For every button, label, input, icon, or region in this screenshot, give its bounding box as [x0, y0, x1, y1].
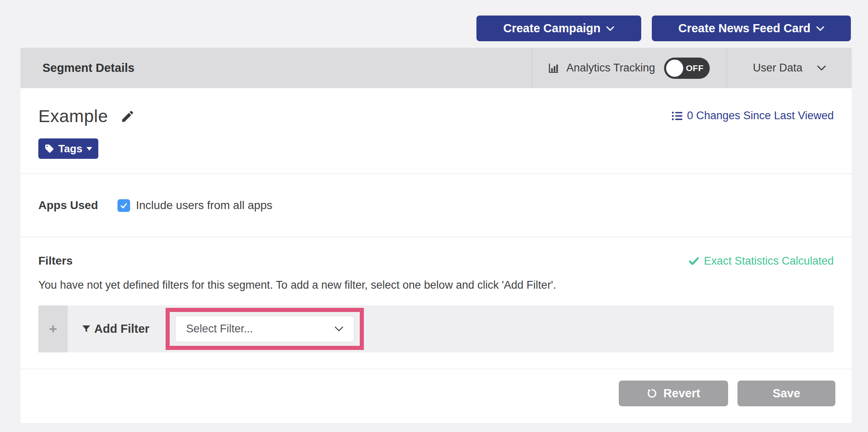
chevron-down-icon [816, 26, 824, 31]
analytics-tracking-section: Analytics Tracking OFF [531, 48, 727, 88]
page-title: Segment Details [20, 48, 531, 88]
chevron-down-icon [334, 326, 343, 332]
tags-label: Tags [58, 143, 82, 155]
check-icon [689, 256, 699, 266]
changes-link-text: 0 Changes Since Last Viewed [687, 109, 834, 122]
card-header: Segment Details Analytics Tracking OFF U… [20, 48, 852, 88]
save-label: Save [773, 387, 800, 400]
caret-down-icon [86, 147, 92, 151]
analytics-tracking-label: Analytics Tracking [566, 62, 655, 74]
revert-icon [647, 388, 658, 399]
exact-statistics-label: Exact Statistics Calculated [704, 255, 834, 267]
chevron-down-icon [606, 26, 614, 31]
analytics-tracking-toggle[interactable]: OFF [664, 58, 710, 79]
funnel-icon [82, 324, 91, 334]
create-campaign-label: Create Campaign [503, 22, 601, 35]
segment-name-text: Example [38, 106, 108, 126]
select-filter-highlight-box: Select Filter... [166, 308, 364, 350]
filters-description: You have not yet defined filters for thi… [38, 279, 834, 292]
add-filter-row: + Add Filter Select Filter... [38, 305, 834, 352]
apps-used-label: Apps Used [38, 199, 98, 212]
user-data-label: User Data [753, 62, 803, 74]
list-icon [671, 110, 683, 122]
select-filter-placeholder: Select Filter... [186, 323, 253, 335]
save-button[interactable]: Save [737, 381, 835, 406]
toggle-knob [666, 60, 683, 77]
filters-title: Filters [38, 254, 73, 267]
segment-title-section: Example 0 Changes Since Last View [20, 88, 852, 174]
include-all-apps-checkbox[interactable] [117, 199, 130, 212]
plus-icon: + [49, 321, 57, 337]
include-all-apps-label: Include users from all apps [136, 199, 272, 212]
edit-pencil-icon[interactable] [120, 109, 135, 124]
toggle-state-label: OFF [686, 63, 704, 73]
revert-label: Revert [663, 387, 700, 400]
create-news-feed-card-button[interactable]: Create News Feed Card [652, 16, 851, 41]
create-news-feed-label: Create News Feed Card [678, 22, 810, 35]
tag-icon [44, 144, 54, 154]
changes-since-last-viewed-link[interactable]: 0 Changes Since Last Viewed [671, 109, 834, 122]
exact-statistics-status: Exact Statistics Calculated [689, 255, 834, 267]
segment-details-card: Segment Details Analytics Tracking OFF U… [20, 48, 852, 423]
revert-button[interactable]: Revert [619, 381, 728, 406]
bar-chart-icon [547, 62, 560, 74]
add-filter-plus-button[interactable]: + [38, 305, 68, 352]
chevron-down-icon [817, 65, 826, 71]
tags-button[interactable]: Tags [38, 138, 98, 159]
filters-section: Filters Exact Statistics Calculated You … [20, 237, 852, 369]
add-filter-label: Add Filter [94, 322, 149, 336]
footer-actions: Revert Save [20, 369, 852, 423]
user-data-dropdown[interactable]: User Data [727, 48, 852, 88]
apps-used-section: Apps Used Include users from all apps [20, 174, 852, 237]
select-filter-dropdown[interactable]: Select Filter... [175, 316, 354, 342]
add-filter-button[interactable]: Add Filter [82, 322, 149, 336]
top-action-bar: Create Campaign Create News Feed Card [476, 16, 851, 41]
create-campaign-button[interactable]: Create Campaign [476, 16, 641, 41]
segment-name: Example [38, 106, 135, 126]
